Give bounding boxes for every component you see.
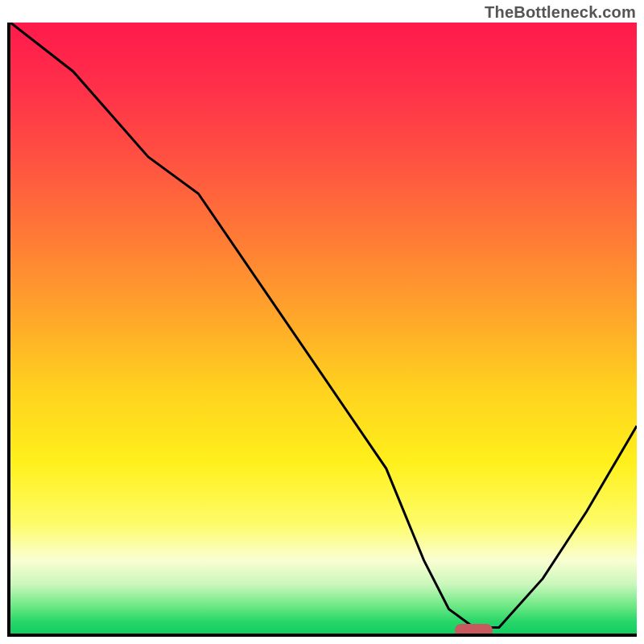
curve-overlay	[10, 23, 637, 634]
bottleneck-curve-plot	[7, 23, 637, 637]
watermark-label: TheBottleneck.com	[485, 3, 636, 22]
optimal-point-marker	[455, 624, 493, 637]
chart-container: TheBottleneck.com	[0, 0, 644, 644]
